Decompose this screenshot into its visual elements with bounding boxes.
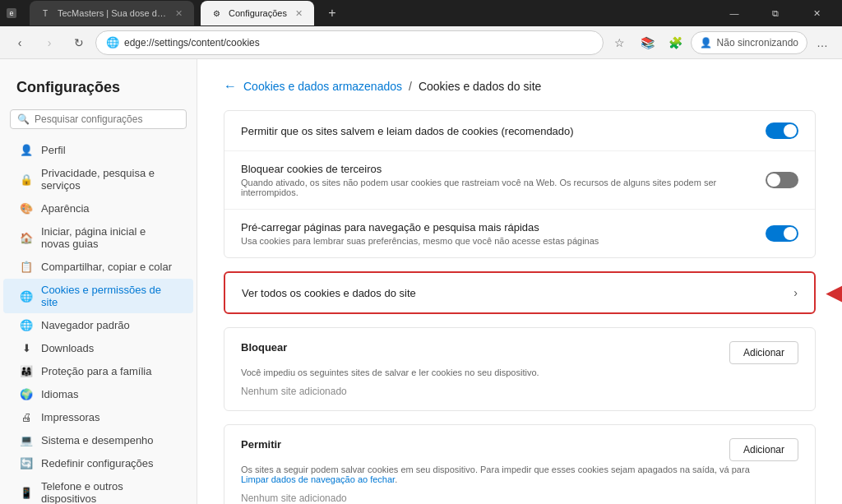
close-button[interactable]: ✕ bbox=[798, 0, 835, 26]
sidebar-label-navegador: Navegador padrão bbox=[41, 319, 130, 331]
adicionar-permitir-button[interactable]: Adicionar bbox=[729, 438, 798, 461]
sidebar-item-sistema[interactable]: 💻 Sistema e desempenho bbox=[3, 429, 193, 451]
section-bloquear-desc: Você impediu os seguintes sites de salva… bbox=[241, 368, 751, 377]
toggle-precarregar[interactable] bbox=[766, 225, 798, 242]
sidebar-item-compartilhar[interactable]: 📋 Compartilhar, copiar e colar bbox=[3, 256, 193, 278]
section-permitir: Permitir Adicionar Os sites a seguir pod… bbox=[224, 424, 816, 504]
sidebar-item-downloads[interactable]: ⬇ Downloads bbox=[3, 337, 193, 359]
protecao-icon: 👨‍👩‍👧 bbox=[20, 365, 33, 377]
toggle-permitir[interactable] bbox=[766, 123, 798, 139]
section-bloquear-empty: Nenhum site adicionado bbox=[241, 386, 798, 397]
extensions-button[interactable]: 🧩 bbox=[663, 30, 689, 56]
iniciar-icon: 🏠 bbox=[20, 232, 33, 244]
sidebar-item-iniciar[interactable]: 🏠 Iniciar, página inicial e novas guias bbox=[3, 220, 193, 255]
impressoras-icon: 🖨 bbox=[20, 411, 33, 423]
tab-title-2: Configurações bbox=[229, 8, 287, 18]
sidebar-label-iniciar: Iniciar, página inicial e novas guias bbox=[41, 225, 177, 250]
forward-button[interactable]: › bbox=[36, 30, 62, 56]
sidebar-label-telefone: Telefone e outros dispositivos bbox=[41, 480, 177, 504]
tab-close-2[interactable]: ✕ bbox=[294, 7, 304, 21]
sidebar-label-downloads: Downloads bbox=[41, 342, 94, 354]
breadcrumb-link[interactable]: Cookies e dados armazenados bbox=[243, 80, 402, 93]
breadcrumb: ← Cookies e dados armazenados / Cookies … bbox=[224, 79, 816, 94]
sidebar-label-compartilhar: Compartilhar, copiar e colar bbox=[41, 261, 172, 273]
view-all-chevron-icon: › bbox=[793, 286, 798, 299]
sidebar-label-impressoras: Impressoras bbox=[41, 411, 100, 423]
section-bloquear-header: Bloquear Adicionar bbox=[241, 341, 798, 364]
minimize-button[interactable]: — bbox=[715, 0, 753, 26]
sidebar-item-navegador[interactable]: 🌐 Navegador padrão bbox=[3, 314, 193, 336]
sidebar-item-telefone[interactable]: 📱 Telefone e outros dispositivos bbox=[3, 475, 193, 504]
setting-row-precarregar: Pré-carregar páginas para navegação e pe… bbox=[224, 210, 815, 257]
section-permitir-desc: Os sites a seguir podem salvar cookies e… bbox=[241, 465, 751, 484]
search-input[interactable] bbox=[35, 113, 179, 125]
view-all-button[interactable]: Ver todos os cookies e dados do site › bbox=[224, 271, 816, 314]
sidebar-item-impressoras[interactable]: 🖨 Impressoras bbox=[3, 406, 193, 428]
section-permitir-header: Permitir Adicionar bbox=[241, 438, 798, 461]
address-bar[interactable]: 🌐 edge://settings/content/cookies bbox=[95, 30, 604, 55]
profile-button[interactable]: 👤 Não sincronizando bbox=[691, 31, 807, 54]
browser-logo: e bbox=[7, 8, 16, 18]
refresh-button[interactable]: ↻ bbox=[66, 30, 92, 56]
adicionar-bloquear-button[interactable]: Adicionar bbox=[729, 341, 798, 364]
breadcrumb-back-button[interactable]: ← bbox=[224, 79, 237, 94]
sidebar-item-idiomas[interactable]: 🌍 Idiomas bbox=[3, 383, 193, 405]
search-icon: 🔍 bbox=[17, 113, 30, 125]
section-bloquear: Bloquear Adicionar Você impediu os segui… bbox=[224, 327, 816, 411]
sidebar-label-sistema: Sistema e desempenho bbox=[41, 434, 154, 446]
new-tab-button[interactable]: + bbox=[321, 2, 344, 25]
tab-tecmasters[interactable]: T TecMasters | Sua dose diária de ... ✕ bbox=[30, 1, 194, 25]
favorites-button[interactable]: ☆ bbox=[607, 30, 633, 56]
sidebar-item-privacidade[interactable]: 🔒 Privacidade, pesquisa e serviços bbox=[3, 162, 193, 197]
sidebar-item-perfil[interactable]: 👤 Perfil bbox=[3, 139, 193, 161]
breadcrumb-current: Cookies e dados do site bbox=[419, 80, 541, 93]
sidebar-item-cookies[interactable]: 🌐 Cookies e permissões de site bbox=[3, 279, 193, 313]
content-area: ← Cookies e dados armazenados / Cookies … bbox=[197, 59, 842, 504]
view-all-wrapper: Ver todos os cookies e dados do site › ◀ bbox=[224, 271, 816, 314]
tab-close-1[interactable]: ✕ bbox=[173, 7, 184, 21]
sidebar-label-idiomas: Idiomas bbox=[41, 388, 79, 400]
back-button[interactable]: ‹ bbox=[7, 30, 33, 56]
tab-settings[interactable]: ⚙ Configurações ✕ bbox=[201, 1, 314, 25]
sistema-icon: 💻 bbox=[20, 434, 33, 446]
setting-row-permitir: Permitir que os sites salvem e leiam dad… bbox=[224, 111, 815, 151]
sidebar-item-redefinir[interactable]: 🔄 Redefinir configurações bbox=[3, 452, 193, 474]
redefinir-icon: 🔄 bbox=[20, 457, 33, 469]
setting-title-permitir: Permitir que os sites salvem e leiam dad… bbox=[241, 125, 766, 137]
settings-button[interactable]: … bbox=[809, 30, 835, 56]
aparencia-icon: 🎨 bbox=[20, 202, 33, 215]
setting-desc-precarregar: Usa cookies para lembrar suas preferênci… bbox=[241, 236, 766, 246]
navegador-icon: 🌐 bbox=[20, 319, 33, 331]
restore-button[interactable]: ⧉ bbox=[756, 0, 794, 26]
breadcrumb-separator: / bbox=[409, 80, 412, 93]
privacidade-icon: 🔒 bbox=[20, 173, 33, 186]
section-permitir-empty: Nenhum site adicionado bbox=[241, 492, 798, 504]
sidebar-title: Configurações bbox=[0, 72, 197, 109]
sidebar-item-aparencia[interactable]: 🎨 Aparência bbox=[3, 197, 193, 220]
main-area: Configurações 🔍 👤 Perfil 🔒 Privacidade, … bbox=[0, 59, 842, 504]
sidebar-label-aparencia: Aparência bbox=[41, 202, 90, 215]
sidebar-item-protecao[interactable]: 👨‍👩‍👧 Proteção para a família bbox=[3, 360, 193, 382]
address-text: edge://settings/content/cookies bbox=[124, 37, 593, 49]
window-controls: — ⧉ ✕ bbox=[715, 0, 835, 26]
tab-favicon-2: ⚙ bbox=[210, 7, 222, 19]
section-permitir-title: Permitir bbox=[241, 438, 281, 451]
downloads-icon: ⬇ bbox=[20, 342, 33, 354]
setting-title-precarregar: Pré-carregar páginas para navegação e pe… bbox=[241, 221, 766, 234]
tab-favicon-1: T bbox=[39, 7, 51, 19]
idiomas-icon: 🌍 bbox=[20, 388, 33, 400]
tab-title-1: TecMasters | Sua dose diária de ... bbox=[58, 8, 167, 18]
profile-label: Não sincronizando bbox=[717, 37, 798, 49]
setting-info-bloquear: Bloquear cookies de terceiros Quando ati… bbox=[241, 163, 766, 197]
limpar-dados-link-1[interactable]: Limpar dados de navegação ao fechar bbox=[241, 474, 395, 484]
perfil-icon: 👤 bbox=[20, 144, 33, 156]
section-bloquear-title: Bloquear bbox=[241, 341, 287, 354]
setting-info-permitir: Permitir que os sites salvem e leiam dad… bbox=[241, 125, 766, 137]
toggle-bloquear[interactable] bbox=[766, 172, 798, 188]
collections-button[interactable]: 📚 bbox=[635, 30, 661, 56]
sidebar-label-protecao: Proteção para a família bbox=[41, 365, 151, 377]
sidebar: Configurações 🔍 👤 Perfil 🔒 Privacidade, … bbox=[0, 59, 197, 504]
navigation-bar: ‹ › ↻ 🌐 edge://settings/content/cookies … bbox=[0, 26, 842, 59]
sidebar-label-cookies: Cookies e permissões de site bbox=[41, 284, 177, 308]
search-box[interactable]: 🔍 bbox=[10, 109, 187, 129]
